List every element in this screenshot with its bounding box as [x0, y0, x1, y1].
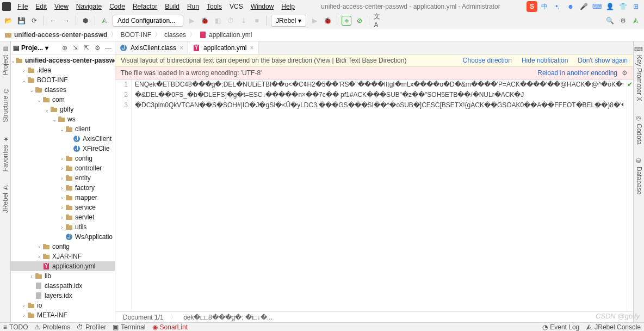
tool-project[interactable]: Project ▤: [2, 44, 9, 77]
jrebel-rocket-icon[interactable]: ⮙: [100, 16, 109, 26]
menu-build[interactable]: Build: [162, 2, 183, 11]
banner-gear-icon[interactable]: ⚙: [622, 69, 628, 77]
tree-item-service[interactable]: ›service: [11, 203, 115, 212]
editor-tab-application-yml[interactable]: Yapplication.yml×: [188, 41, 258, 54]
tool-sonarlint[interactable]: ◉ SonarLint: [152, 323, 188, 331]
tree-item-client[interactable]: ⌄client: [11, 124, 115, 134]
menu-navigate[interactable]: Navigate: [73, 2, 105, 11]
menu-help[interactable]: Help: [278, 2, 298, 11]
tree-item-config[interactable]: ›config: [11, 242, 115, 252]
project-tree[interactable]: ⌄unified-access-center-passwd›.idea⌄BOOT…: [11, 54, 115, 322]
ime-smiley-icon[interactable]: ☻: [566, 2, 575, 11]
no-icon[interactable]: ⊘: [355, 16, 364, 26]
tree-item-unified-access-center-passwd[interactable]: ⌄unified-access-center-passwd: [11, 56, 115, 65]
tree-item-ws[interactable]: ⌄ws: [11, 114, 115, 124]
coverage-icon[interactable]: ◧: [213, 16, 222, 26]
error-stripe[interactable]: ✔: [627, 79, 633, 311]
jrebel-selector[interactable]: JRebel ▾: [271, 15, 306, 27]
ime-lang-icon[interactable]: 中: [540, 2, 549, 11]
tree-item-xjar-inf[interactable]: ›XJAR-INF: [11, 252, 115, 261]
project-title[interactable]: ▤ Proje... ▾: [13, 44, 58, 52]
tree-item-servlet[interactable]: ›servlet: [11, 212, 115, 222]
open-icon[interactable]: 📂: [3, 16, 13, 26]
tool-profiler[interactable]: ⏱ Profiler: [77, 323, 106, 331]
tool-database[interactable]: ⛁ Database: [635, 155, 643, 197]
menu-refactor[interactable]: Refactor: [129, 2, 160, 11]
tree-item-lib[interactable]: ›lib: [11, 271, 115, 281]
ime-grid-icon[interactable]: ⊞: [631, 2, 640, 11]
tool-eventlog[interactable]: ◔ Event Log: [542, 323, 579, 331]
tool-favorites[interactable]: Favorites ★: [2, 133, 9, 174]
gear-icon[interactable]: ⚙: [93, 44, 102, 52]
tree-item-meta-inf[interactable]: ›META-INF: [11, 310, 115, 320]
breadcrumb-item[interactable]: classes: [164, 31, 186, 39]
refresh-icon[interactable]: ⟳: [29, 16, 39, 26]
breadcrumb-file[interactable]: application.yml: [199, 31, 252, 39]
tool-codota[interactable]: ◎ Codota: [635, 112, 643, 147]
tree-item--idea[interactable]: ›.idea: [11, 65, 115, 75]
hide-icon[interactable]: —: [104, 44, 113, 52]
code-content[interactable]: ENQek�ETBDC48���g�;DEL�NULiETBI��o<�C¢H2…: [132, 79, 627, 311]
jrebel-run-icon[interactable]: ▶: [309, 16, 319, 26]
menu-vcs[interactable]: VCS: [226, 2, 246, 11]
menu-run[interactable]: Run: [184, 2, 202, 11]
tree-item-controller[interactable]: ›controller: [11, 163, 115, 173]
expand-all-icon[interactable]: ⇲: [71, 44, 80, 52]
jrebel-status-icon[interactable]: ⮙: [631, 16, 641, 26]
tree-item-classes[interactable]: ⌄classes: [11, 85, 115, 95]
back-icon[interactable]: ←: [48, 16, 58, 26]
tool-todo[interactable]: ≡ TODO: [3, 323, 28, 331]
tool-jrebel[interactable]: JRebel ⮙: [2, 182, 9, 215]
reload-encoding-link[interactable]: Reload in another encoding: [537, 69, 617, 77]
sogou-ime-icon[interactable]: S: [527, 1, 537, 12]
tool-structure[interactable]: Structure ⌬: [2, 86, 9, 125]
search-icon[interactable]: 🔍: [605, 16, 615, 26]
menu-file[interactable]: File: [14, 2, 31, 11]
breadcrumb-item[interactable]: BOOT-INF: [120, 31, 151, 39]
tree-item-mapper[interactable]: ›mapper: [11, 193, 115, 203]
tree-item-boot-inf[interactable]: ⌄BOOT-INF: [11, 75, 115, 85]
ime-mic-icon[interactable]: 🎤: [579, 2, 588, 11]
ime-user-icon[interactable]: 👤: [605, 2, 614, 11]
close-icon[interactable]: ×: [179, 44, 183, 52]
editor-tab-axisclient-class[interactable]: JAxisClient.class×: [115, 41, 188, 54]
profile-icon[interactable]: ⏱: [226, 16, 236, 26]
tree-item-layers-idx[interactable]: layers.idx: [11, 291, 115, 301]
menu-window[interactable]: Window: [247, 2, 277, 11]
close-icon[interactable]: ×: [250, 44, 253, 52]
save-icon[interactable]: 💾: [16, 16, 26, 26]
attach-icon[interactable]: ⤓: [239, 16, 249, 26]
build-icon[interactable]: ⬢: [81, 16, 90, 26]
tree-item-io[interactable]: ›io: [11, 301, 115, 310]
collapse-all-icon[interactable]: ⇱: [82, 44, 91, 52]
tree-item-utils[interactable]: ›utils: [11, 222, 115, 232]
jrebel-debug-icon[interactable]: 🐞: [323, 16, 332, 26]
ime-keyboard-icon[interactable]: ⌨: [592, 2, 601, 11]
line-number-gutter[interactable]: 1 2 3: [115, 79, 132, 311]
menu-edit[interactable]: Edit: [32, 2, 50, 11]
codota-icon[interactable]: ⎆: [342, 16, 351, 26]
run-config-selector[interactable]: Add Configuration...: [113, 15, 183, 27]
choose-direction-link[interactable]: Choose direction: [463, 57, 512, 64]
ime-shirt-icon[interactable]: 👕: [618, 2, 627, 11]
tree-item-config[interactable]: ›config: [11, 154, 115, 163]
tree-item-axisclient[interactable]: JAxisClient: [11, 134, 115, 144]
breadcrumb-root[interactable]: unified-access-center-passwd: [4, 31, 107, 39]
tree-item-com[interactable]: ⌄com: [11, 95, 115, 105]
tree-item-org[interactable]: ›org: [11, 320, 115, 322]
tree-item-wsapplicatio[interactable]: JWsApplicatio: [11, 232, 115, 242]
forward-icon[interactable]: →: [61, 16, 71, 26]
ime-comma-icon[interactable]: •,: [553, 2, 562, 11]
tool-terminal[interactable]: ▣ Terminal: [113, 323, 145, 331]
tree-item-entity[interactable]: ›entity: [11, 173, 115, 183]
stop-icon[interactable]: ■: [252, 16, 262, 26]
debug-icon[interactable]: 🐞: [200, 16, 209, 26]
tree-item-classpath-idx[interactable]: classpath.idx: [11, 281, 115, 291]
menu-tools[interactable]: Tools: [203, 2, 225, 11]
menu-code[interactable]: Code: [106, 2, 128, 11]
tool-problems[interactable]: ⚠ Problems: [34, 323, 70, 331]
tool-key-promoter[interactable]: ⌨ Key Promoter X: [635, 44, 643, 103]
tree-item-xfireclie[interactable]: JXFireClie: [11, 144, 115, 154]
menu-view[interactable]: View: [51, 2, 72, 11]
select-opened-icon[interactable]: ⊕: [60, 44, 69, 52]
